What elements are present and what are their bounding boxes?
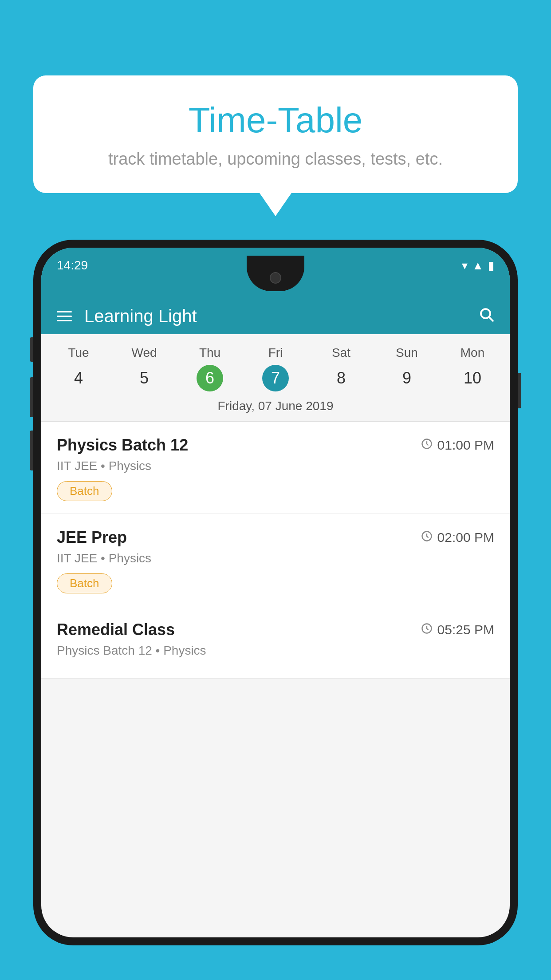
bubble-title: Time-Table bbox=[60, 100, 491, 141]
day-10[interactable]: 10 bbox=[440, 364, 505, 393]
class-list: Physics Batch 12 01:00 PM IIT JEE • P bbox=[41, 422, 510, 679]
class-time-text-2: 02:00 PM bbox=[437, 530, 494, 545]
class-card-header-1: Physics Batch 12 01:00 PM bbox=[57, 436, 494, 454]
day-header-fri: Fri bbox=[243, 342, 308, 364]
class-time-text-3: 05:25 PM bbox=[437, 622, 494, 637]
batch-badge-1: Batch bbox=[57, 481, 112, 501]
power-button bbox=[518, 373, 521, 408]
clock-icon-2 bbox=[421, 530, 433, 545]
day-6-today[interactable]: 6 bbox=[197, 365, 223, 391]
phone-screen: Learning Light Tue Wed Thu Fri Sat bbox=[41, 248, 510, 937]
day-header-sat: Sat bbox=[308, 342, 374, 364]
day-5[interactable]: 5 bbox=[111, 364, 177, 393]
volume-down-button bbox=[30, 377, 33, 417]
class-time-3: 05:25 PM bbox=[421, 622, 494, 638]
class-name-3: Remedial Class bbox=[57, 620, 175, 639]
phone-mockup: 14:29 ▾ ▲ ▮ Learning Light bbox=[33, 240, 518, 980]
selected-date-label: Friday, 07 June 2019 bbox=[41, 393, 510, 422]
app-title: Learning Light bbox=[84, 306, 197, 326]
day-header-thu: Thu bbox=[177, 342, 243, 364]
class-subject-3: Physics Batch 12 • Physics bbox=[57, 644, 494, 658]
signal-icon: ▲ bbox=[472, 259, 484, 273]
clock-icon-3 bbox=[421, 622, 433, 638]
svg-line-1 bbox=[489, 317, 493, 321]
menu-button[interactable] bbox=[57, 311, 72, 321]
class-time-1: 01:00 PM bbox=[421, 438, 494, 453]
status-time: 14:29 bbox=[57, 258, 88, 273]
volume-up-button bbox=[30, 337, 33, 362]
day-header-mon: Mon bbox=[440, 342, 505, 364]
battery-icon: ▮ bbox=[488, 259, 494, 273]
day-9[interactable]: 9 bbox=[374, 364, 440, 393]
class-card-header-3: Remedial Class 05:25 PM bbox=[57, 620, 494, 639]
class-card-3[interactable]: Remedial Class 05:25 PM Physics Batch bbox=[41, 606, 510, 679]
class-time-text-1: 01:00 PM bbox=[437, 438, 494, 453]
app-bar-left: Learning Light bbox=[57, 306, 197, 326]
camera bbox=[270, 272, 281, 284]
day-header-tue: Tue bbox=[46, 342, 111, 364]
day-headers: Tue Wed Thu Fri Sat Sun Mon bbox=[41, 342, 510, 364]
class-time-2: 02:00 PM bbox=[421, 530, 494, 545]
status-icons: ▾ ▲ ▮ bbox=[462, 259, 494, 273]
wifi-icon: ▾ bbox=[462, 259, 468, 273]
class-card-1[interactable]: Physics Batch 12 01:00 PM IIT JEE • P bbox=[41, 422, 510, 514]
day-header-wed: Wed bbox=[111, 342, 177, 364]
calendar-strip: Tue Wed Thu Fri Sat Sun Mon 4 5 6 7 8 9 … bbox=[41, 334, 510, 422]
silent-button bbox=[30, 431, 33, 470]
class-card-2[interactable]: JEE Prep 02:00 PM IIT JEE • Physics bbox=[41, 514, 510, 606]
day-8[interactable]: 8 bbox=[308, 364, 374, 393]
day-numbers: 4 5 6 7 8 9 10 bbox=[41, 364, 510, 393]
status-bar: 14:29 ▾ ▲ ▮ bbox=[41, 248, 510, 283]
batch-badge-2: Batch bbox=[57, 573, 112, 593]
search-button[interactable] bbox=[478, 306, 494, 326]
day-4[interactable]: 4 bbox=[46, 364, 111, 393]
bubble-subtitle: track timetable, upcoming classes, tests… bbox=[60, 150, 491, 169]
class-subject-1: IIT JEE • Physics bbox=[57, 459, 494, 473]
class-subject-2: IIT JEE • Physics bbox=[57, 551, 494, 565]
class-name-1: Physics Batch 12 bbox=[57, 436, 188, 454]
phone-outer: 14:29 ▾ ▲ ▮ Learning Light bbox=[33, 240, 518, 945]
speech-bubble: Time-Table track timetable, upcoming cla… bbox=[33, 75, 518, 193]
class-card-header-2: JEE Prep 02:00 PM bbox=[57, 528, 494, 547]
day-header-sun: Sun bbox=[374, 342, 440, 364]
day-7-selected[interactable]: 7 bbox=[262, 365, 289, 391]
class-name-2: JEE Prep bbox=[57, 528, 127, 547]
clock-icon-1 bbox=[421, 438, 433, 453]
